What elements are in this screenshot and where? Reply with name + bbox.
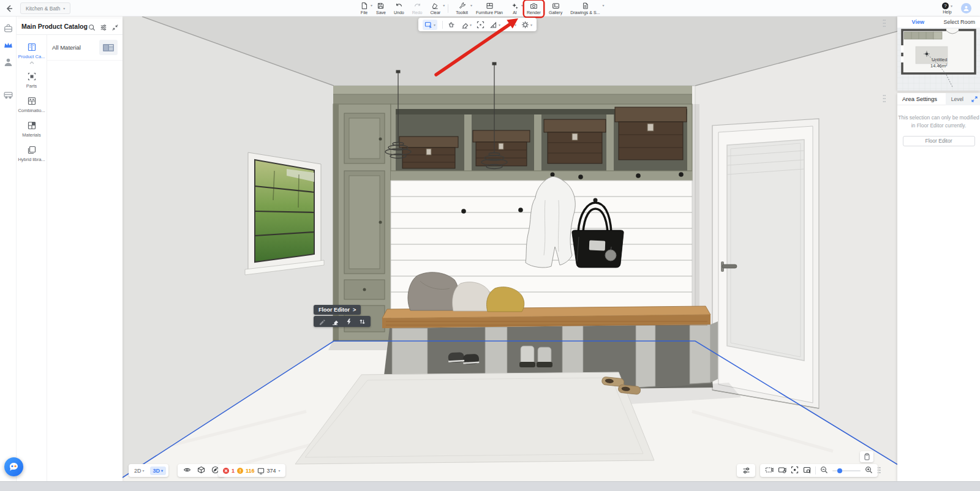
minimap-room-name: Untitled [932,57,947,62]
zoom-in-icon[interactable] [865,465,873,476]
chevron-down-icon: ▾ [470,3,472,7]
focus-icon [477,21,484,29]
warning-count: 116 [246,468,255,474]
user-avatar[interactable] [961,3,971,13]
chevron-down-icon: ▾ [602,3,604,7]
nav-product-catalog[interactable]: Product Ca... [17,42,47,64]
nav-hybrid-library[interactable]: Hybrid libra... [17,145,47,162]
render-button[interactable]: Render [524,1,543,17]
ai-button[interactable]: AI ▾ [508,1,521,17]
magic-wand-icon [505,21,513,29]
viewport-3d[interactable] [123,17,980,481]
catalog-header: Main Product Catalog [17,18,123,35]
swap-vertical-icon[interactable] [359,318,366,325]
area-settings-panel: Area Settings Level This selection can o… [897,93,980,481]
help-icon: ? [942,2,949,9]
focus-tool[interactable] [477,21,484,29]
error-count: 1 [232,468,235,474]
screen-icon [257,467,265,474]
center-focus-icon[interactable] [791,465,799,476]
zoom-out-icon[interactable] [820,465,828,476]
camera-zoom-controls [760,464,878,477]
measure-tool[interactable]: ▾ [489,21,500,29]
save-button[interactable]: Save [374,1,388,17]
material-folder-icon [99,40,118,55]
zoom-slider[interactable] [832,470,861,471]
collapse-icon[interactable] [111,23,119,34]
magic-tool[interactable]: ▾ [505,21,516,29]
mode-2d-button[interactable]: 2D ▾ [131,467,148,475]
drawings-schedules-button[interactable]: Drawings & S... ▾ [568,1,602,17]
floor-editor-button[interactable]: Floor Editor [903,136,975,146]
user-icon[interactable] [3,57,13,67]
camera-view-icon[interactable] [765,465,774,476]
lightning-icon[interactable] [345,318,352,325]
crown-icon[interactable] [3,40,13,50]
panel-drag-handle[interactable] [883,94,886,105]
window[interactable] [245,152,324,275]
chevron-down-icon: ▾ [371,3,372,7]
toolbar-divider [442,21,443,29]
preview-window-icon[interactable] [803,465,811,476]
area-settings-title: Area Settings [902,96,937,102]
cube-icon[interactable] [197,465,205,476]
tab-level[interactable]: Level [946,93,969,105]
tab-view[interactable]: View [897,17,939,28]
minimap[interactable]: Untitled 14.46m² [897,28,980,91]
project-tab[interactable]: Kitchen & Bath ▾ [20,2,70,14]
pen-icon[interactable] [318,318,325,325]
scene-status[interactable]: 1 116 374 ▾ [218,464,285,477]
eraser-tool[interactable]: ▾ [461,21,472,29]
zoom-slider-handle[interactable] [837,468,842,473]
truck-icon[interactable] [3,89,13,100]
person-icon [963,5,970,12]
filter-icon[interactable] [100,23,107,34]
gallery-button[interactable]: Gallery [546,1,565,17]
help-button[interactable]: ? ▾ Help [942,2,952,14]
clipboard-button[interactable] [860,451,873,462]
chevron-right-icon: > [353,307,356,313]
window-bottom-edge [0,481,980,491]
mode-3d-button[interactable]: 3D ▾ [150,467,167,475]
chevron-down-icon: ▾ [143,468,145,473]
nav-materials[interactable]: Materials [17,121,47,138]
chevron-down-icon: ▾ [521,3,523,7]
nav-parts[interactable]: Parts [17,72,47,89]
back-button[interactable] [4,3,15,14]
panel-drag-handle[interactable] [883,19,886,30]
undo-button[interactable]: Undo [391,1,407,17]
toolkit-button[interactable]: Toolkit ▾ [453,1,470,17]
tab-select-room[interactable]: Select Room [939,17,980,28]
product-catalog-icon [27,42,37,52]
catalog-content: All Material [47,35,123,481]
chevron-up-icon[interactable] [29,61,34,64]
settings-tool[interactable]: ▾ [521,21,532,29]
floor-editor-tooltip[interactable]: Floor Editor > [314,305,361,315]
paint-tool[interactable] [448,21,456,29]
toolbar-divider [815,467,816,474]
door[interactable] [712,119,819,408]
nav-combinations[interactable]: Combinatio... [17,96,47,113]
error-icon [223,468,229,474]
visibility-icon[interactable] [183,465,191,476]
view-toolbar: ▾ ▾ ▾ ▾ ▾ [418,18,537,31]
select-tool[interactable]: ▾ [423,20,437,30]
chat-support-button[interactable] [4,457,23,476]
expand-icon[interactable] [969,93,980,105]
clear-button[interactable]: Clear ▾ [428,1,443,17]
eraser-icon[interactable] [332,318,339,325]
search-icon[interactable] [88,23,96,34]
furniture-plan-button[interactable]: Furniture Plan [473,1,505,17]
redo-button[interactable]: Redo [410,1,425,17]
warning-icon [237,468,243,474]
bag-icon[interactable] [3,23,13,34]
list-item-all-material[interactable]: All Material [47,35,123,61]
redo-icon [413,2,421,10]
file-button[interactable]: File ▾ [358,1,371,17]
view-mode-switch: 2D ▾ 3D ▾ [129,464,168,477]
materials-icon [27,121,37,130]
chat-bubble-icon [9,462,19,472]
catalog-panel: Main Product Catalog Product Ca... Parts… [17,18,123,481]
camera-settings-icon[interactable] [778,465,786,476]
render-settings-toggle[interactable] [737,464,755,477]
